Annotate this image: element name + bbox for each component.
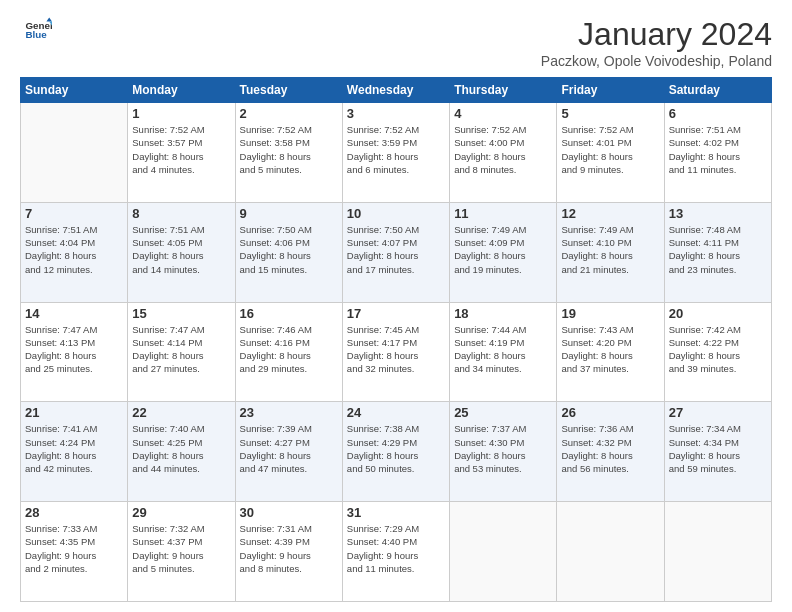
logo: General Blue — [20, 16, 52, 44]
calendar-week-row: 14Sunrise: 7:47 AMSunset: 4:13 PMDayligh… — [21, 302, 772, 402]
table-row: 21Sunrise: 7:41 AMSunset: 4:24 PMDayligh… — [21, 402, 128, 502]
day-number: 17 — [347, 306, 445, 321]
day-number: 12 — [561, 206, 659, 221]
table-row: 28Sunrise: 7:33 AMSunset: 4:35 PMDayligh… — [21, 502, 128, 602]
day-info: Sunrise: 7:51 AMSunset: 4:04 PMDaylight:… — [25, 223, 123, 276]
table-row: 12Sunrise: 7:49 AMSunset: 4:10 PMDayligh… — [557, 202, 664, 302]
day-info: Sunrise: 7:46 AMSunset: 4:16 PMDaylight:… — [240, 323, 338, 376]
day-info: Sunrise: 7:31 AMSunset: 4:39 PMDaylight:… — [240, 522, 338, 575]
th-friday: Friday — [557, 78, 664, 103]
day-info: Sunrise: 7:37 AMSunset: 4:30 PMDaylight:… — [454, 422, 552, 475]
logo-icon: General Blue — [24, 16, 52, 44]
day-number: 10 — [347, 206, 445, 221]
table-row: 23Sunrise: 7:39 AMSunset: 4:27 PMDayligh… — [235, 402, 342, 502]
day-info: Sunrise: 7:36 AMSunset: 4:32 PMDaylight:… — [561, 422, 659, 475]
day-number: 31 — [347, 505, 445, 520]
header: General Blue January 2024 Paczkow, Opole… — [20, 16, 772, 69]
day-number: 19 — [561, 306, 659, 321]
day-number: 4 — [454, 106, 552, 121]
day-info: Sunrise: 7:39 AMSunset: 4:27 PMDaylight:… — [240, 422, 338, 475]
table-row: 31Sunrise: 7:29 AMSunset: 4:40 PMDayligh… — [342, 502, 449, 602]
th-monday: Monday — [128, 78, 235, 103]
table-row: 20Sunrise: 7:42 AMSunset: 4:22 PMDayligh… — [664, 302, 771, 402]
day-info: Sunrise: 7:32 AMSunset: 4:37 PMDaylight:… — [132, 522, 230, 575]
day-info: Sunrise: 7:48 AMSunset: 4:11 PMDaylight:… — [669, 223, 767, 276]
table-row: 7Sunrise: 7:51 AMSunset: 4:04 PMDaylight… — [21, 202, 128, 302]
table-row — [21, 103, 128, 203]
calendar-week-row: 21Sunrise: 7:41 AMSunset: 4:24 PMDayligh… — [21, 402, 772, 502]
day-info: Sunrise: 7:50 AMSunset: 4:07 PMDaylight:… — [347, 223, 445, 276]
table-row: 13Sunrise: 7:48 AMSunset: 4:11 PMDayligh… — [664, 202, 771, 302]
table-row: 25Sunrise: 7:37 AMSunset: 4:30 PMDayligh… — [450, 402, 557, 502]
table-row: 10Sunrise: 7:50 AMSunset: 4:07 PMDayligh… — [342, 202, 449, 302]
table-row: 27Sunrise: 7:34 AMSunset: 4:34 PMDayligh… — [664, 402, 771, 502]
day-number: 14 — [25, 306, 123, 321]
calendar-table: Sunday Monday Tuesday Wednesday Thursday… — [20, 77, 772, 602]
title-block: January 2024 Paczkow, Opole Voivodeship,… — [541, 16, 772, 69]
th-sunday: Sunday — [21, 78, 128, 103]
day-info: Sunrise: 7:49 AMSunset: 4:09 PMDaylight:… — [454, 223, 552, 276]
table-row: 26Sunrise: 7:36 AMSunset: 4:32 PMDayligh… — [557, 402, 664, 502]
day-info: Sunrise: 7:43 AMSunset: 4:20 PMDaylight:… — [561, 323, 659, 376]
day-number: 1 — [132, 106, 230, 121]
day-number: 21 — [25, 405, 123, 420]
day-info: Sunrise: 7:45 AMSunset: 4:17 PMDaylight:… — [347, 323, 445, 376]
day-info: Sunrise: 7:40 AMSunset: 4:25 PMDaylight:… — [132, 422, 230, 475]
day-number: 13 — [669, 206, 767, 221]
day-info: Sunrise: 7:51 AMSunset: 4:05 PMDaylight:… — [132, 223, 230, 276]
table-row — [557, 502, 664, 602]
table-row — [664, 502, 771, 602]
day-number: 15 — [132, 306, 230, 321]
day-number: 9 — [240, 206, 338, 221]
day-number: 24 — [347, 405, 445, 420]
day-info: Sunrise: 7:33 AMSunset: 4:35 PMDaylight:… — [25, 522, 123, 575]
table-row: 6Sunrise: 7:51 AMSunset: 4:02 PMDaylight… — [664, 103, 771, 203]
weekday-header-row: Sunday Monday Tuesday Wednesday Thursday… — [21, 78, 772, 103]
table-row: 3Sunrise: 7:52 AMSunset: 3:59 PMDaylight… — [342, 103, 449, 203]
day-number: 7 — [25, 206, 123, 221]
day-info: Sunrise: 7:38 AMSunset: 4:29 PMDaylight:… — [347, 422, 445, 475]
table-row: 15Sunrise: 7:47 AMSunset: 4:14 PMDayligh… — [128, 302, 235, 402]
day-number: 6 — [669, 106, 767, 121]
day-info: Sunrise: 7:50 AMSunset: 4:06 PMDaylight:… — [240, 223, 338, 276]
day-number: 25 — [454, 405, 552, 420]
table-row: 14Sunrise: 7:47 AMSunset: 4:13 PMDayligh… — [21, 302, 128, 402]
day-number: 27 — [669, 405, 767, 420]
table-row: 19Sunrise: 7:43 AMSunset: 4:20 PMDayligh… — [557, 302, 664, 402]
table-row: 11Sunrise: 7:49 AMSunset: 4:09 PMDayligh… — [450, 202, 557, 302]
day-info: Sunrise: 7:52 AMSunset: 4:01 PMDaylight:… — [561, 123, 659, 176]
day-info: Sunrise: 7:49 AMSunset: 4:10 PMDaylight:… — [561, 223, 659, 276]
calendar-week-row: 1Sunrise: 7:52 AMSunset: 3:57 PMDaylight… — [21, 103, 772, 203]
day-info: Sunrise: 7:29 AMSunset: 4:40 PMDaylight:… — [347, 522, 445, 575]
page: General Blue January 2024 Paczkow, Opole… — [0, 0, 792, 612]
table-row: 1Sunrise: 7:52 AMSunset: 3:57 PMDaylight… — [128, 103, 235, 203]
day-number: 26 — [561, 405, 659, 420]
day-info: Sunrise: 7:44 AMSunset: 4:19 PMDaylight:… — [454, 323, 552, 376]
day-number: 22 — [132, 405, 230, 420]
day-info: Sunrise: 7:41 AMSunset: 4:24 PMDaylight:… — [25, 422, 123, 475]
day-info: Sunrise: 7:47 AMSunset: 4:13 PMDaylight:… — [25, 323, 123, 376]
table-row: 22Sunrise: 7:40 AMSunset: 4:25 PMDayligh… — [128, 402, 235, 502]
day-number: 3 — [347, 106, 445, 121]
day-info: Sunrise: 7:52 AMSunset: 3:58 PMDaylight:… — [240, 123, 338, 176]
calendar-week-row: 7Sunrise: 7:51 AMSunset: 4:04 PMDaylight… — [21, 202, 772, 302]
table-row: 4Sunrise: 7:52 AMSunset: 4:00 PMDaylight… — [450, 103, 557, 203]
table-row — [450, 502, 557, 602]
day-number: 30 — [240, 505, 338, 520]
table-row: 17Sunrise: 7:45 AMSunset: 4:17 PMDayligh… — [342, 302, 449, 402]
day-number: 8 — [132, 206, 230, 221]
table-row: 29Sunrise: 7:32 AMSunset: 4:37 PMDayligh… — [128, 502, 235, 602]
subtitle: Paczkow, Opole Voivodeship, Poland — [541, 53, 772, 69]
table-row: 9Sunrise: 7:50 AMSunset: 4:06 PMDaylight… — [235, 202, 342, 302]
month-title: January 2024 — [541, 16, 772, 53]
day-info: Sunrise: 7:51 AMSunset: 4:02 PMDaylight:… — [669, 123, 767, 176]
day-info: Sunrise: 7:52 AMSunset: 3:59 PMDaylight:… — [347, 123, 445, 176]
table-row: 30Sunrise: 7:31 AMSunset: 4:39 PMDayligh… — [235, 502, 342, 602]
table-row: 16Sunrise: 7:46 AMSunset: 4:16 PMDayligh… — [235, 302, 342, 402]
table-row: 18Sunrise: 7:44 AMSunset: 4:19 PMDayligh… — [450, 302, 557, 402]
day-number: 29 — [132, 505, 230, 520]
th-saturday: Saturday — [664, 78, 771, 103]
day-number: 2 — [240, 106, 338, 121]
day-info: Sunrise: 7:34 AMSunset: 4:34 PMDaylight:… — [669, 422, 767, 475]
day-info: Sunrise: 7:47 AMSunset: 4:14 PMDaylight:… — [132, 323, 230, 376]
